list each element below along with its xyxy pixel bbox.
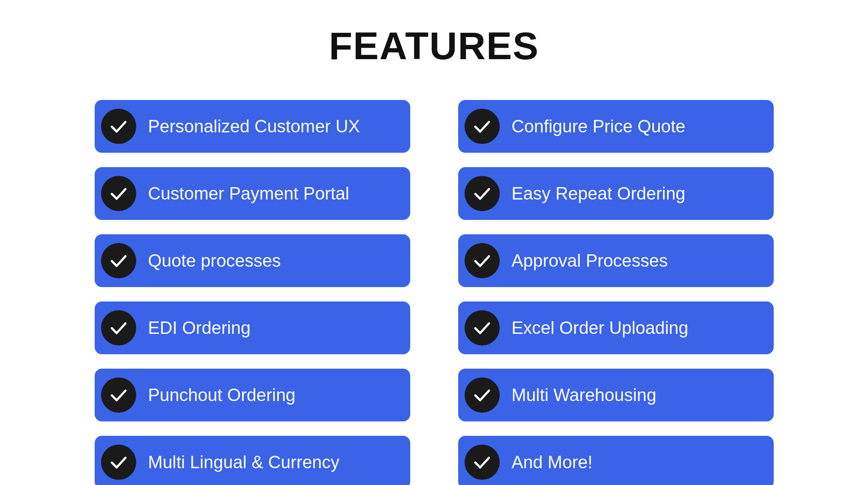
check-icon-and-more (465, 445, 500, 480)
check-icon-multi-lingual-currency (101, 445, 136, 480)
page-title: FEATURES (329, 24, 539, 68)
feature-label-multi-lingual-currency: Multi Lingual & Currency (148, 452, 340, 472)
feature-item-easy-repeat-ordering: Easy Repeat Ordering (458, 167, 774, 220)
check-icon-punchout-ordering (101, 377, 136, 413)
feature-label-punchout-ordering: Punchout Ordering (148, 385, 296, 405)
feature-item-punchout-ordering: Punchout Ordering (95, 369, 410, 421)
check-icon-quote-processes (101, 243, 136, 278)
feature-label-and-more: And More! (512, 452, 593, 472)
feature-label-approval-processes: Approval Processes (512, 251, 668, 271)
feature-item-approval-processes: Approval Processes (458, 234, 774, 287)
check-icon-customer-payment-portal (101, 176, 136, 211)
features-grid: Personalized Customer UX Configure Price… (95, 100, 774, 485)
feature-label-quote-processes: Quote processes (148, 251, 281, 271)
feature-item-excel-order-uploading: Excel Order Uploading (458, 301, 774, 354)
feature-item-configure-price-quote: Configure Price Quote (458, 100, 774, 153)
check-icon-approval-processes (465, 243, 500, 278)
check-icon-easy-repeat-ordering (465, 176, 500, 211)
feature-item-multi-lingual-currency: Multi Lingual & Currency (95, 436, 410, 485)
feature-label-multi-warehousing: Multi Warehousing (512, 385, 657, 405)
check-icon-edi-ordering (101, 310, 136, 345)
feature-label-excel-order-uploading: Excel Order Uploading (512, 318, 689, 338)
feature-label-easy-repeat-ordering: Easy Repeat Ordering (512, 184, 685, 204)
check-icon-excel-order-uploading (465, 310, 500, 345)
feature-label-edi-ordering: EDI Ordering (148, 318, 251, 338)
feature-label-personalized-customer-ux: Personalized Customer UX (148, 116, 360, 136)
feature-item-customer-payment-portal: Customer Payment Portal (95, 167, 410, 220)
feature-item-personalized-customer-ux: Personalized Customer UX (95, 100, 410, 153)
feature-item-edi-ordering: EDI Ordering (95, 301, 410, 354)
check-icon-personalized-customer-ux (101, 109, 136, 144)
check-icon-configure-price-quote (465, 109, 500, 144)
feature-item-and-more: And More! (458, 436, 774, 485)
check-icon-multi-warehousing (465, 377, 500, 413)
feature-label-configure-price-quote: Configure Price Quote (512, 116, 685, 136)
feature-label-customer-payment-portal: Customer Payment Portal (148, 184, 350, 204)
feature-item-quote-processes: Quote processes (95, 234, 410, 287)
feature-item-multi-warehousing: Multi Warehousing (458, 369, 774, 421)
